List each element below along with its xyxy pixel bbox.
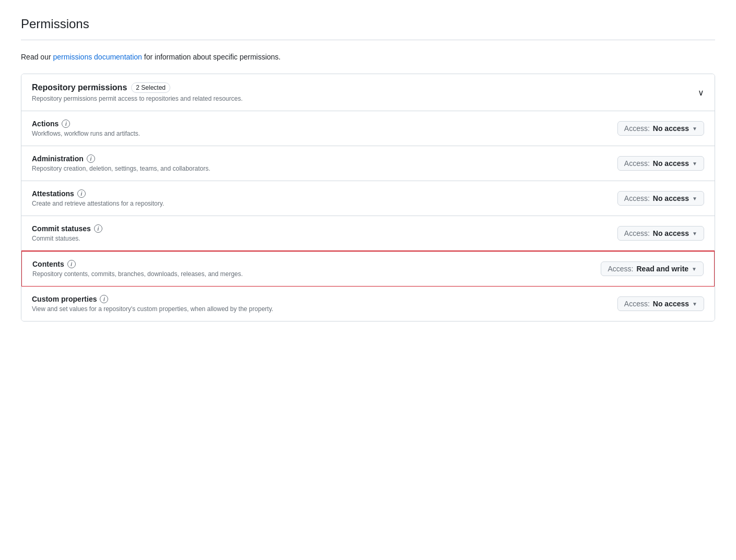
section-title: Repository permissions bbox=[32, 83, 127, 92]
permission-name: Attestations i bbox=[32, 189, 164, 198]
permission-row: Contents i Repository contents, commits,… bbox=[21, 251, 715, 287]
access-value: Read and write bbox=[637, 265, 689, 273]
chevron-down-icon: ∨ bbox=[698, 88, 704, 98]
dropdown-arrow-icon: ▼ bbox=[692, 301, 697, 307]
access-dropdown-button[interactable]: Access: Read and write ▼ bbox=[601, 261, 704, 276]
dropdown-arrow-icon: ▼ bbox=[692, 196, 697, 201]
permission-row: Custom properties i View and set values … bbox=[21, 287, 715, 321]
info-icon[interactable]: i bbox=[100, 295, 108, 303]
access-value: No access bbox=[653, 124, 689, 133]
permission-info: Actions i Workflows, workflow runs and a… bbox=[32, 120, 140, 137]
permission-info: Administration i Repository creation, de… bbox=[32, 154, 211, 172]
permission-name: Administration i bbox=[32, 154, 211, 163]
access-dropdown-button[interactable]: Access: No access ▼ bbox=[617, 296, 704, 311]
access-value: No access bbox=[653, 194, 689, 202]
permission-description: Repository contents, commits, branches, … bbox=[32, 270, 243, 278]
access-dropdown-button[interactable]: Access: No access ▼ bbox=[617, 226, 704, 241]
section-header-right: ∨ bbox=[698, 88, 704, 98]
permission-row: Attestations i Create and retrieve attes… bbox=[21, 181, 715, 216]
permission-row: Actions i Workflows, workflow runs and a… bbox=[21, 111, 715, 146]
intro-text-before: Read our bbox=[21, 53, 53, 61]
info-icon[interactable]: i bbox=[62, 120, 70, 128]
access-value: No access bbox=[653, 229, 689, 237]
permission-name-text: Actions bbox=[32, 120, 59, 128]
permission-name-text: Commit statuses bbox=[32, 224, 91, 233]
section-header[interactable]: Repository permissions 2 Selected Reposi… bbox=[21, 74, 715, 111]
info-icon[interactable]: i bbox=[87, 154, 95, 163]
permission-description: Workflows, workflow runs and artifacts. bbox=[32, 130, 140, 137]
permission-info: Contents i Repository contents, commits,… bbox=[32, 260, 243, 278]
permission-info: Commit statuses i Commit statuses. bbox=[32, 224, 102, 242]
permission-row: Administration i Repository creation, de… bbox=[21, 146, 715, 181]
access-label: Access: bbox=[624, 194, 650, 202]
info-icon[interactable]: i bbox=[77, 189, 86, 198]
page-title: Permissions bbox=[21, 17, 715, 31]
intro-text-after: for information about specific permissio… bbox=[142, 53, 281, 61]
info-icon[interactable]: i bbox=[67, 260, 76, 268]
permission-info: Attestations i Create and retrieve attes… bbox=[32, 189, 164, 207]
section-header-left: Repository permissions 2 Selected Reposi… bbox=[32, 82, 243, 102]
permissions-doc-link[interactable]: permissions documentation bbox=[53, 53, 142, 61]
permission-name: Commit statuses i bbox=[32, 224, 102, 233]
section-description: Repository permissions permit access to … bbox=[32, 95, 243, 102]
access-label: Access: bbox=[624, 229, 650, 237]
permission-name-text: Attestations bbox=[32, 189, 74, 198]
access-dropdown-button[interactable]: Access: No access ▼ bbox=[617, 156, 704, 171]
permission-name: Custom properties i bbox=[32, 295, 273, 303]
permission-rows-container: Actions i Workflows, workflow runs and a… bbox=[21, 111, 715, 321]
access-label: Access: bbox=[624, 124, 650, 133]
permission-description: View and set values for a repository's c… bbox=[32, 305, 273, 313]
permission-name: Contents i bbox=[32, 260, 243, 268]
access-label: Access: bbox=[624, 300, 650, 308]
access-value: No access bbox=[653, 159, 689, 168]
permission-description: Create and retrieve attestations for a r… bbox=[32, 200, 164, 207]
title-divider bbox=[21, 40, 715, 40]
access-dropdown-button[interactable]: Access: No access ▼ bbox=[617, 191, 704, 206]
permission-row: Commit statuses i Commit statuses. Acces… bbox=[21, 216, 715, 251]
dropdown-arrow-icon: ▼ bbox=[692, 231, 697, 236]
permission-name: Actions i bbox=[32, 120, 140, 128]
dropdown-arrow-icon: ▼ bbox=[692, 266, 697, 272]
intro-paragraph: Read our permissions documentation for i… bbox=[21, 53, 715, 61]
selected-badge: 2 Selected bbox=[131, 82, 170, 93]
permission-description: Commit statuses. bbox=[32, 235, 102, 242]
access-label: Access: bbox=[624, 159, 650, 168]
permission-info: Custom properties i View and set values … bbox=[32, 295, 273, 313]
access-label: Access: bbox=[608, 265, 633, 273]
dropdown-arrow-icon: ▼ bbox=[692, 161, 697, 166]
permission-name-text: Administration bbox=[32, 154, 84, 163]
permission-description: Repository creation, deletion, settings,… bbox=[32, 165, 211, 172]
info-icon[interactable]: i bbox=[94, 224, 102, 233]
section-header-content: Repository permissions 2 Selected Reposi… bbox=[32, 82, 243, 102]
access-dropdown-button[interactable]: Access: No access ▼ bbox=[617, 121, 704, 136]
permission-name-text: Contents bbox=[32, 260, 64, 268]
dropdown-arrow-icon: ▼ bbox=[692, 126, 697, 132]
access-value: No access bbox=[653, 300, 689, 308]
permissions-container: Repository permissions 2 Selected Reposi… bbox=[21, 74, 715, 321]
permission-name-text: Custom properties bbox=[32, 295, 97, 303]
